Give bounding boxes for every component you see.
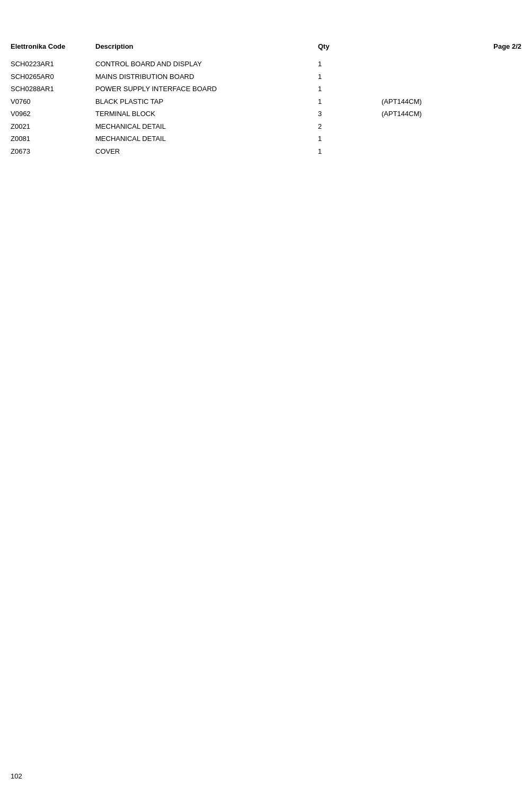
table-row: SCH0223AR1CONTROL BOARD AND DISPLAY1 xyxy=(11,58,521,70)
page-container: Elettronika Code Description Qty Page 2/… xyxy=(0,0,532,796)
header-code: Elettronika Code xyxy=(11,42,95,50)
table-row: V0760BLACK PLASTIC TAP1(APT144CM) xyxy=(11,95,521,108)
row-note xyxy=(382,84,477,94)
table-header: Elettronika Code Description Qty Page 2/… xyxy=(11,42,521,52)
row-note xyxy=(382,72,477,82)
row-code: SCH0265AR0 xyxy=(11,72,95,82)
row-note xyxy=(382,121,477,132)
row-note xyxy=(382,134,477,144)
row-qty: 1 xyxy=(318,59,382,69)
row-qty: 2 xyxy=(318,121,382,132)
row-code: Z0021 xyxy=(11,121,95,132)
row-note: (APT144CM) xyxy=(382,96,477,107)
row-qty: 1 xyxy=(318,96,382,107)
header-qty: Qty xyxy=(318,42,382,50)
row-description: MECHANICAL DETAIL xyxy=(95,134,318,144)
page-number: 102 xyxy=(11,772,22,780)
row-code: Z0673 xyxy=(11,146,95,157)
row-code: SCH0288AR1 xyxy=(11,84,95,94)
row-description: POWER SUPPLY INTERFACE BOARD xyxy=(95,84,318,94)
row-qty: 1 xyxy=(318,84,382,94)
row-description: MAINS DISTRIBUTION BOARD xyxy=(95,72,318,82)
row-qty: 1 xyxy=(318,72,382,82)
row-code: V0962 xyxy=(11,109,95,119)
row-code: Z0081 xyxy=(11,134,95,144)
header-page: Page 2/2 xyxy=(477,42,521,50)
row-qty: 1 xyxy=(318,146,382,157)
table-row: Z0673COVER1 xyxy=(11,145,521,158)
row-note: (APT144CM) xyxy=(382,109,477,119)
row-description: BLACK PLASTIC TAP xyxy=(95,96,318,107)
header-description: Description xyxy=(95,42,318,50)
row-note xyxy=(382,146,477,157)
table-row: SCH0288AR1POWER SUPPLY INTERFACE BOARD1 xyxy=(11,83,521,95)
row-description: COVER xyxy=(95,146,318,157)
table-row: Z0081MECHANICAL DETAIL1 xyxy=(11,132,521,145)
row-qty: 3 xyxy=(318,109,382,119)
row-description: TERMINAL BLOCK xyxy=(95,109,318,119)
header-note xyxy=(382,42,477,50)
table-row: V0962TERMINAL BLOCK3(APT144CM) xyxy=(11,108,521,120)
table-row: SCH0265AR0MAINS DISTRIBUTION BOARD1 xyxy=(11,70,521,83)
table-body: SCH0223AR1CONTROL BOARD AND DISPLAY1SCH0… xyxy=(11,58,521,157)
row-description: MECHANICAL DETAIL xyxy=(95,121,318,132)
table-row: Z0021MECHANICAL DETAIL2 xyxy=(11,120,521,133)
row-code: V0760 xyxy=(11,96,95,107)
row-note xyxy=(382,59,477,69)
row-description: CONTROL BOARD AND DISPLAY xyxy=(95,59,318,69)
row-qty: 1 xyxy=(318,134,382,144)
row-code: SCH0223AR1 xyxy=(11,59,95,69)
